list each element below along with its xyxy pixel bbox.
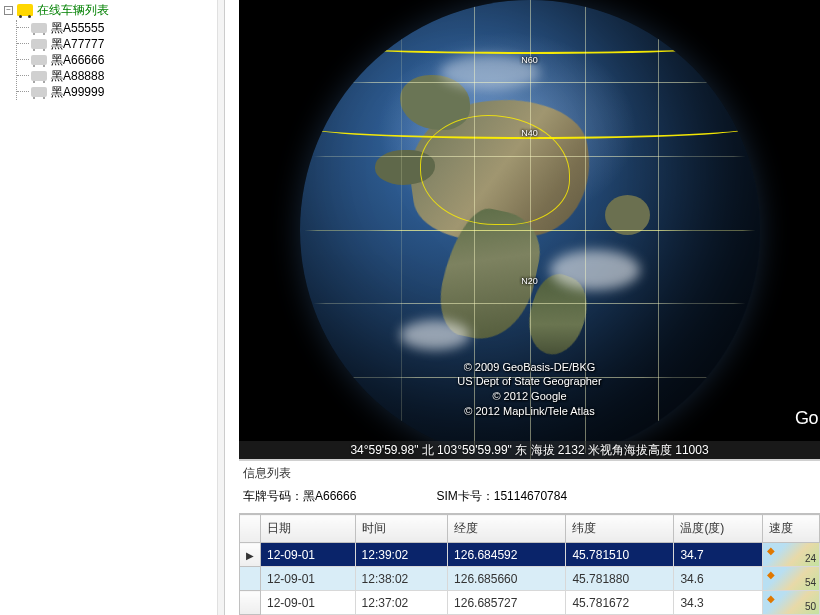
google-logo-partial: Go — [795, 408, 818, 429]
cell-speed: 50 — [762, 591, 819, 615]
vehicle-item[interactable]: 黑A55555 — [17, 20, 224, 36]
landmass-europe — [400, 75, 470, 130]
cell-lat: 45.781510 — [566, 543, 674, 567]
cell-time: 12:37:02 — [355, 591, 447, 615]
info-meta-row: 车牌号码：黑A66666 SIM卡号：15114670784 — [239, 488, 820, 513]
cell-temp: 34.7 — [674, 543, 762, 567]
cell-time: 12:39:02 — [355, 543, 447, 567]
col-lon[interactable]: 经度 — [448, 515, 566, 543]
col-time[interactable]: 时间 — [355, 515, 447, 543]
longitude-line — [658, 0, 659, 459]
row-marker-header — [240, 515, 261, 543]
col-temp[interactable]: 温度(度) — [674, 515, 762, 543]
car-icon — [31, 23, 47, 33]
row-marker: ▶ — [240, 543, 261, 567]
cell-date: 12-09-01 — [261, 543, 356, 567]
col-speed[interactable]: 速度 — [762, 515, 819, 543]
table-row[interactable]: 12-09-01 12:37:02 126.685727 45.781672 3… — [240, 591, 820, 615]
vehicle-item[interactable]: 黑A99999 — [17, 84, 224, 100]
vehicle-plate: 黑A88888 — [51, 68, 104, 85]
table-row[interactable]: 12-09-01 12:38:02 126.685660 45.781880 3… — [240, 567, 820, 591]
info-title: 信息列表 — [239, 461, 820, 488]
row-marker — [240, 567, 261, 591]
car-icon — [31, 87, 47, 97]
map-status-bar: 34°59'59.98" 北 103°59'59.99" 东 海拔 2132 米… — [239, 441, 820, 459]
map-thumb-icon: 54 — [763, 567, 819, 590]
table-header-row: 日期 时间 经度 纬度 温度(度) 速度 — [240, 515, 820, 543]
vehicle-plate: 黑A66666 — [51, 52, 104, 69]
tree-children: 黑A55555 黑A77777 黑A66666 黑A88888 黑A99999 — [16, 20, 224, 100]
cell-temp: 34.3 — [674, 591, 762, 615]
tree-collapse-icon[interactable]: − — [4, 6, 13, 15]
info-panel: 信息列表 车牌号码：黑A66666 SIM卡号：15114670784 日期 时… — [239, 459, 820, 615]
cell-lon: 126.685660 — [448, 567, 566, 591]
vehicle-item[interactable]: 黑A77777 — [17, 36, 224, 52]
vehicle-plate: 黑A99999 — [51, 84, 104, 101]
car-icon — [31, 55, 47, 65]
data-table: 日期 时间 经度 纬度 温度(度) 速度 ▶ 12-09-01 12:39:02… — [239, 514, 820, 615]
plate-field: 车牌号码：黑A66666 — [243, 488, 356, 505]
vehicle-plate: 黑A55555 — [51, 20, 104, 37]
vehicle-sidebar: − 在线车辆列表 黑A55555 黑A77777 黑A66666 黑A88888… — [0, 0, 225, 615]
cell-time: 12:38:02 — [355, 567, 447, 591]
cell-date: 12-09-01 — [261, 591, 356, 615]
cell-lat: 45.781880 — [566, 567, 674, 591]
row-marker — [240, 591, 261, 615]
data-table-wrap: 日期 时间 经度 纬度 温度(度) 速度 ▶ 12-09-01 12:39:02… — [239, 513, 820, 615]
cell-date: 12-09-01 — [261, 567, 356, 591]
map-thumb-icon: 50 — [763, 591, 819, 614]
map-attribution: © 2009 GeoBasis-DE/BKG US Dept of State … — [457, 360, 601, 419]
col-lat[interactable]: 纬度 — [566, 515, 674, 543]
vehicle-item[interactable]: 黑A88888 — [17, 68, 224, 84]
landmass-japan — [605, 195, 650, 235]
car-icon — [31, 39, 47, 49]
vehicle-item[interactable]: 黑A66666 — [17, 52, 224, 68]
vehicle-plate: 黑A77777 — [51, 36, 104, 53]
table-row[interactable]: ▶ 12-09-01 12:39:02 126.684592 45.781510… — [240, 543, 820, 567]
tree-root-row[interactable]: − 在线车辆列表 — [4, 2, 224, 18]
cell-lon: 126.684592 — [448, 543, 566, 567]
cell-lat: 45.781672 — [566, 591, 674, 615]
cell-speed: 54 — [762, 567, 819, 591]
cell-speed: 24 — [762, 543, 819, 567]
tree-root-label: 在线车辆列表 — [37, 2, 109, 19]
cell-temp: 34.6 — [674, 567, 762, 591]
col-date[interactable]: 日期 — [261, 515, 356, 543]
earth-viewport[interactable]: N60 N40 N20 © 2009 GeoBasis-DE/BKG US De… — [239, 0, 820, 459]
taxi-icon — [17, 4, 33, 16]
main-panel: N60 N40 N20 © 2009 GeoBasis-DE/BKG US De… — [225, 0, 820, 615]
cell-lon: 126.685727 — [448, 591, 566, 615]
map-thumb-icon: 24 — [763, 543, 819, 566]
sim-field: SIM卡号：15114670784 — [436, 488, 567, 505]
car-icon — [31, 71, 47, 81]
